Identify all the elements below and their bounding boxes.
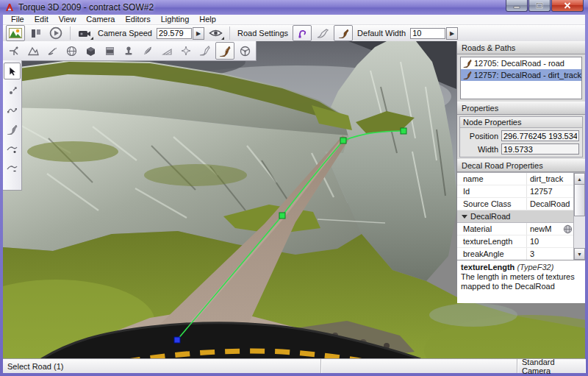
- list-item-dirt-track[interactable]: 12757: DecalRoad - dirt_track: [461, 69, 581, 81]
- client-area: File Edit View Camera Editors Lighting H…: [3, 15, 585, 373]
- camera-speed-combo: ▶: [157, 27, 204, 40]
- spline-tool-button[interactable]: [4, 102, 20, 118]
- width-field[interactable]: [501, 143, 579, 155]
- datablock-cube-icon: [104, 46, 115, 57]
- move-point-tool-button[interactable]: [4, 83, 20, 99]
- decal-road-editor-tool-button[interactable]: [215, 42, 234, 60]
- menu-lighting[interactable]: Lighting: [156, 15, 195, 24]
- scroll-up-button[interactable]: ▲: [574, 173, 585, 185]
- maximize-button[interactable]: [528, 0, 551, 12]
- status-left-text: Select Road (1): [7, 362, 63, 371]
- menu-editors[interactable]: Editors: [120, 15, 155, 24]
- node-properties-group: Node Properties Position Width: [459, 116, 583, 157]
- play-button[interactable]: [47, 26, 65, 40]
- status-camera-text: Standard Camera: [522, 358, 581, 375]
- shape-editor-tool-button[interactable]: [82, 43, 99, 59]
- menu-help[interactable]: Help: [194, 15, 221, 24]
- default-width-label: Default Width: [357, 29, 406, 38]
- visibility-dropdown-arrow-icon: [221, 37, 224, 40]
- property-group-decalroad[interactable]: DecalRoad: [457, 210, 574, 223]
- remove-point-icon: [7, 163, 18, 172]
- close-button[interactable]: [551, 0, 584, 12]
- roads-list: 12705: DecalRoad - road 12757: DecalRoad…: [460, 57, 582, 99]
- feather-icon: [143, 46, 153, 56]
- node-properties-title: Node Properties: [460, 117, 582, 128]
- world-editor-button[interactable]: [6, 25, 25, 41]
- description-text: The length in meters of textures mapped …: [461, 272, 575, 291]
- description-field-name: textureLength: [461, 263, 514, 272]
- property-row-name[interactable]: name dirt_track: [457, 173, 574, 185]
- list-item-label: 12705: DecalRoad - road: [474, 59, 564, 68]
- terrain-editor-tool-button[interactable]: [24, 43, 42, 59]
- status-middle-segment: [321, 359, 517, 373]
- ramp-tool-button[interactable]: [158, 43, 176, 59]
- eye-icon: [209, 29, 223, 38]
- default-width-expand-button[interactable]: ▶: [446, 27, 458, 40]
- spline-node-green-3[interactable]: [401, 128, 406, 134]
- terrain-painter-tool-button[interactable]: [43, 43, 61, 59]
- insert-point-tool-button[interactable]: [4, 141, 20, 156]
- material-picker-icon[interactable]: [563, 224, 573, 234]
- camera-speed-label: Camera Speed: [98, 29, 152, 38]
- particle-editor-tool-button[interactable]: [177, 43, 195, 59]
- gui-editor-icon: [31, 29, 41, 38]
- datablock-editor-tool-button[interactable]: [101, 43, 118, 59]
- add-road-tool-button[interactable]: [4, 121, 20, 137]
- camera-speed-input[interactable]: [157, 28, 192, 39]
- material-editor-tool-button[interactable]: [62, 43, 80, 59]
- camera-speed-expand-button[interactable]: ▶: [193, 27, 204, 40]
- window-title: Torque 3D 2009 - contract SOW#2: [18, 2, 154, 13]
- window-controls: [505, 0, 584, 12]
- camera-menu-button[interactable]: [76, 26, 93, 40]
- forest-editor-tool-button[interactable]: [139, 43, 157, 59]
- decal-editor-tool-button[interactable]: [120, 43, 137, 59]
- roads-paths-header: Roads & Paths: [457, 41, 585, 54]
- play-icon: [49, 26, 62, 40]
- road-outline-mode-button[interactable]: [314, 26, 331, 40]
- property-row-texturelength[interactable]: textureLength 10: [457, 235, 574, 248]
- position-label: Position: [463, 132, 498, 141]
- road-textured-mode-button[interactable]: [334, 25, 353, 41]
- visibility-button[interactable]: [207, 26, 224, 40]
- property-row-material[interactable]: Material newM: [457, 223, 574, 235]
- globe-icon: [66, 46, 77, 57]
- scroll-down-button[interactable]: ▼: [574, 248, 585, 260]
- spline-node-green-2[interactable]: [340, 138, 346, 143]
- add-road-icon: [7, 124, 18, 135]
- spline-node-green-1[interactable]: [279, 213, 285, 219]
- list-item-road[interactable]: 12705: DecalRoad - road: [461, 57, 581, 69]
- position-field[interactable]: [501, 130, 579, 141]
- gui-editor-button[interactable]: [27, 26, 45, 40]
- mesh-road-editor-tool-button[interactable]: [196, 43, 214, 59]
- spline-mode-button[interactable]: [293, 25, 312, 41]
- vehicle-editor-tool-button[interactable]: [236, 43, 254, 59]
- roads-and-properties-panel: Roads & Paths 12705: DecalRoad - road 12…: [456, 41, 585, 285]
- cursor-arrow-icon: [8, 66, 17, 77]
- road-outline-icon: [317, 29, 329, 38]
- menu-file[interactable]: File: [6, 15, 29, 24]
- menu-edit[interactable]: Edit: [29, 15, 54, 24]
- application-window: Torque 3D 2009 - contract SOW#2 File Edi…: [0, 0, 588, 376]
- insert-point-icon: [7, 143, 18, 153]
- select-tool-button[interactable]: [4, 63, 21, 79]
- maximize-icon: [536, 2, 543, 9]
- scrollbar-thumb[interactable]: [574, 184, 585, 216]
- property-grid-scrollbar[interactable]: ▲ ▼: [573, 173, 585, 260]
- property-row-id[interactable]: Id 12757: [457, 185, 574, 198]
- menu-bar: File Edit View Camera Editors Lighting H…: [3, 15, 585, 25]
- world-editor-icon: [9, 28, 22, 38]
- object-gizmo-tool-button[interactable]: [5, 43, 23, 59]
- spline-handles-icon: [7, 106, 18, 115]
- property-row-source-class[interactable]: Source Class DecalRoad: [457, 198, 574, 210]
- remove-point-tool-button[interactable]: [4, 160, 20, 175]
- default-width-input[interactable]: [410, 28, 445, 39]
- collapse-arrow-icon: [462, 215, 467, 219]
- menu-view[interactable]: View: [54, 15, 82, 24]
- menu-camera[interactable]: Camera: [81, 15, 120, 24]
- property-row-breakangle[interactable]: breakAngle 3: [457, 248, 574, 260]
- spline-node-blue[interactable]: [174, 337, 180, 343]
- title-bar[interactable]: Torque 3D 2009 - contract SOW#2: [0, 0, 588, 15]
- minimize-button[interactable]: [506, 0, 528, 12]
- decal-road-properties-header: Decal Road Properties: [457, 159, 585, 172]
- mountain-icon: [27, 46, 39, 56]
